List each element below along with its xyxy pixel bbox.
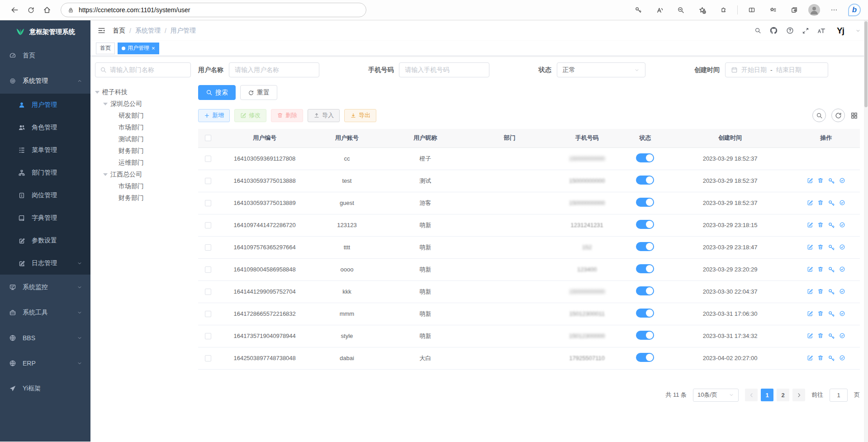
status-toggle[interactable]: [636, 309, 654, 318]
sidebar-item-dept[interactable]: 部门管理: [0, 162, 90, 184]
status-select[interactable]: 正常: [557, 62, 645, 77]
row-checkbox[interactable]: [205, 222, 211, 228]
edit-icon[interactable]: [807, 200, 813, 207]
status-toggle[interactable]: [636, 264, 654, 273]
circle-check-icon[interactable]: [839, 288, 845, 295]
font-size-icon[interactable]: [817, 27, 825, 35]
app-logo[interactable]: 意框架管理系统: [0, 20, 90, 43]
bing-chat-button[interactable]: b: [848, 4, 861, 16]
status-toggle[interactable]: [636, 242, 654, 251]
tag-active[interactable]: 用户管理×: [118, 43, 159, 54]
next-page-button[interactable]: [792, 389, 805, 401]
circle-check-icon[interactable]: [839, 244, 845, 251]
sidebar-item-erp[interactable]: ERP: [0, 351, 90, 376]
edit-icon[interactable]: [807, 222, 813, 229]
delete-icon[interactable]: [817, 244, 824, 251]
tree-expand-caret-icon[interactable]: [103, 173, 108, 176]
read-aloud-button[interactable]: [652, 3, 667, 17]
key-icon[interactable]: [828, 177, 835, 185]
edit-icon[interactable]: [807, 288, 813, 295]
search-button[interactable]: 搜索: [198, 85, 236, 100]
export-button[interactable]: 导出: [344, 109, 376, 122]
sidebar-item-home[interactable]: 首页: [0, 43, 90, 68]
browser-home-button[interactable]: [40, 3, 54, 17]
favorites-button[interactable]: [766, 3, 780, 17]
close-icon[interactable]: ×: [152, 45, 155, 51]
collections-button[interactable]: [787, 3, 802, 17]
search-icon[interactable]: [754, 27, 761, 34]
add-button[interactable]: 新增: [198, 109, 230, 122]
key-icon[interactable]: [828, 288, 835, 295]
browser-back-button[interactable]: [7, 3, 22, 17]
delete-icon[interactable]: [817, 200, 824, 207]
status-toggle[interactable]: [636, 220, 654, 229]
page-button[interactable]: 1: [761, 389, 773, 401]
delete-button[interactable]: 删除: [271, 109, 303, 122]
tree-node[interactable]: 运维部门: [95, 157, 191, 169]
delete-icon[interactable]: [817, 355, 824, 362]
page-button[interactable]: 2: [777, 389, 789, 401]
goto-page-input[interactable]: [830, 389, 848, 402]
delete-icon[interactable]: [817, 222, 824, 229]
circle-check-icon[interactable]: [839, 200, 845, 207]
row-checkbox[interactable]: [205, 355, 211, 361]
key-icon[interactable]: [828, 244, 835, 251]
import-button[interactable]: 导入: [308, 109, 340, 122]
reset-button[interactable]: 重置: [240, 85, 277, 100]
edit-icon[interactable]: [807, 177, 813, 185]
refresh-table-button[interactable]: [831, 109, 845, 122]
tag-item[interactable]: 首页: [96, 43, 115, 54]
tree-node[interactable]: 深圳总公司: [95, 98, 191, 110]
tree-node[interactable]: 江西总公司: [95, 169, 191, 181]
sidebar-item-log[interactable]: 日志管理: [0, 252, 90, 275]
row-checkbox[interactable]: [205, 244, 211, 251]
row-checkbox[interactable]: [205, 266, 211, 273]
circle-check-icon[interactable]: [839, 266, 845, 273]
key-icon[interactable]: [828, 333, 835, 340]
edit-button[interactable]: 修改: [234, 109, 266, 122]
extensions-button[interactable]: [716, 3, 730, 17]
edit-icon[interactable]: [807, 266, 813, 273]
user-avatar[interactable]: Yj: [834, 24, 847, 38]
edit-icon[interactable]: [807, 244, 813, 251]
tree-node[interactable]: 测试部门: [95, 133, 191, 145]
tree-node[interactable]: 橙子科技: [95, 86, 191, 98]
chevron-down-icon[interactable]: [855, 28, 861, 33]
row-checkbox[interactable]: [205, 200, 211, 206]
browser-refresh-button[interactable]: [24, 3, 38, 17]
breadcrumb-item[interactable]: 首页: [113, 27, 125, 35]
circle-check-icon[interactable]: [839, 310, 845, 318]
tree-expand-caret-icon[interactable]: [95, 91, 100, 94]
status-toggle[interactable]: [636, 176, 654, 185]
row-checkbox[interactable]: [205, 311, 211, 317]
status-toggle[interactable]: [636, 331, 654, 340]
delete-icon[interactable]: [817, 266, 824, 273]
browser-menu-button[interactable]: [827, 3, 841, 17]
delete-icon[interactable]: [817, 177, 824, 185]
help-icon[interactable]: [786, 27, 794, 34]
delete-icon[interactable]: [817, 310, 824, 318]
status-toggle[interactable]: [636, 198, 654, 207]
department-search-input[interactable]: 请输入部门名称: [95, 62, 191, 77]
sidebar-item-system[interactable]: 系统管理: [0, 68, 90, 94]
key-icon[interactable]: [828, 200, 835, 207]
password-key-button[interactable]: [631, 3, 645, 17]
select-all-checkbox[interactable]: [205, 135, 211, 141]
browser-scrollbar[interactable]: [864, 20, 868, 442]
status-toggle[interactable]: [636, 286, 654, 295]
column-settings-button[interactable]: [850, 111, 858, 119]
sidebar-fold-icon[interactable]: [98, 27, 105, 34]
breadcrumb-item[interactable]: 用户管理: [171, 27, 196, 35]
sidebar-item-user[interactable]: 用户管理: [0, 94, 90, 116]
delete-icon[interactable]: [817, 288, 824, 295]
key-icon[interactable]: [828, 355, 835, 362]
edit-icon[interactable]: [807, 333, 813, 340]
tree-node[interactable]: 市场部门: [95, 122, 191, 133]
github-icon[interactable]: [769, 26, 778, 35]
phone-input[interactable]: 请输入手机号码: [399, 62, 489, 77]
add-favorite-button[interactable]: [695, 3, 709, 17]
page-size-select[interactable]: 10条/页: [693, 389, 739, 402]
circle-check-icon[interactable]: [839, 333, 845, 340]
sidebar-item-monitor[interactable]: 系统监控: [0, 275, 90, 300]
row-checkbox[interactable]: [205, 178, 211, 184]
